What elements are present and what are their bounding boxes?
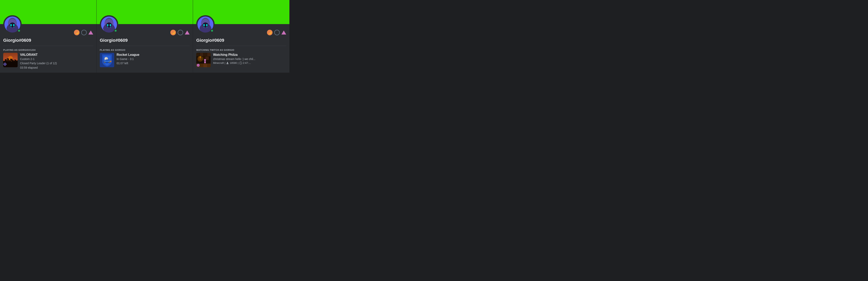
svg-text:🌙: 🌙 [75, 31, 79, 34]
avatar-row-rl: 🌙 [97, 15, 193, 35]
triangle-icon-valorant[interactable] [88, 30, 93, 34]
svg-rect-20 [16, 60, 18, 67]
viewer-count: 18580 [230, 61, 237, 64]
status-dot-rl [114, 29, 118, 32]
cards-container: 🌙 Giorgio#0609 PLAYING AS GIORGIO#1234 [0, 0, 289, 73]
svg-rect-43 [104, 60, 110, 62]
moon-icon-valorant[interactable]: 🌙 [74, 30, 80, 35]
card-icons-valorant: 🌙 [74, 15, 93, 35]
avatar-wrapper-twitch [196, 15, 215, 34]
person-icon [226, 62, 229, 64]
card-rl: 🌙 Giorgio#0609 PLAYING AS GIORGIO [97, 0, 193, 73]
clock-icon [239, 62, 242, 64]
stream-time: 2:47:... [243, 61, 251, 64]
svg-text:🌙: 🌙 [268, 31, 271, 34]
svg-rect-22 [8, 60, 8, 61]
activity-detail-rl-2: 01:07 left [117, 61, 190, 65]
avatar-row-valorant: 🌙 [0, 15, 96, 35]
activity-rl: Rocket League In Game - 3:1 01:07 left [97, 53, 193, 71]
activity-detail-valorant-2: Closed Party Leader (1 of 12) [20, 61, 93, 65]
svg-point-31 [110, 24, 111, 26]
activity-detail-valorant-1: Custom 2-1 [20, 57, 93, 61]
svg-rect-14 [8, 60, 10, 67]
status-dot-twitch [210, 29, 214, 32]
svg-point-64 [204, 59, 206, 61]
svg-rect-10 [3, 61, 5, 67]
card-twitch: 🌙 Giorgio#0609 WATCHING TWITCH AS GIORGI… [193, 0, 289, 73]
minecraft-label: Minecraft [213, 61, 224, 64]
triangle-icon-twitch[interactable] [281, 30, 286, 34]
card-icons-twitch: 🌙 [267, 15, 286, 35]
svg-point-38 [105, 58, 106, 59]
circle-icon-twitch[interactable] [274, 30, 280, 35]
svg-rect-15 [9, 61, 10, 67]
svg-rect-69 [207, 64, 211, 67]
svg-point-4 [13, 24, 14, 26]
activity-info-rl: Rocket League In Game - 3:1 01:07 left [117, 53, 190, 65]
svg-text:🌙: 🌙 [172, 31, 175, 34]
status-dot-valorant [17, 29, 21, 32]
triangle-icon-rl[interactable] [185, 30, 190, 34]
svg-point-30 [107, 24, 108, 26]
pipe-separator: | [225, 61, 225, 64]
moon-icon-twitch[interactable]: 🌙 [267, 30, 273, 35]
username-rl: Giorgio#0609 [97, 35, 193, 44]
svg-rect-25 [14, 60, 14, 61]
svg-rect-12 [6, 60, 7, 67]
activity-label-twitch: WATCHING TWITCH AS GIORGIO [193, 48, 289, 53]
svg-rect-24 [11, 61, 11, 61]
svg-rect-56 [207, 53, 211, 56]
avatar-row-twitch: 🌙 [193, 15, 289, 35]
svg-rect-18 [13, 61, 14, 67]
activity-title-valorant: VALORANT [20, 53, 93, 57]
moon-icon-rl[interactable]: 🌙 [170, 30, 176, 35]
svg-rect-26 [3, 62, 7, 66]
svg-rect-55 [204, 53, 207, 56]
pipe-separator-2: | [238, 61, 238, 64]
avatar-wrapper-rl [100, 15, 118, 34]
svg-rect-23 [10, 60, 11, 60]
activity-label-valorant: PLAYING AS GIORGIO#1234 [0, 48, 96, 53]
thumb-rl [100, 53, 114, 67]
svg-point-73 [198, 65, 199, 65]
svg-point-72 [197, 65, 198, 65]
activity-info-twitch: Watching Philza christmas stream hello :… [213, 53, 286, 64]
circle-icon-valorant[interactable] [81, 30, 87, 35]
svg-point-48 [206, 24, 208, 26]
avatar-wrapper-valorant [3, 15, 22, 34]
svg-rect-65 [204, 61, 206, 63]
svg-rect-13 [7, 58, 9, 67]
thumb-twitch [196, 53, 211, 67]
svg-point-3 [10, 24, 12, 26]
card-icons-rl: 🌙 [170, 15, 190, 35]
activity-detail-valorant-3: 03:59 elapsed [20, 66, 93, 69]
thumb-valorant [3, 53, 18, 67]
svg-rect-54 [200, 53, 204, 56]
svg-point-47 [203, 24, 205, 26]
activity-title-twitch: Watching Philza [213, 53, 286, 57]
activity-label-rl: PLAYING AS GIORGIO [97, 48, 193, 53]
activity-detail-rl-1: In Game - 3:1 [117, 57, 190, 61]
activity-info-valorant: VALORANT Custom 2-1 Closed Party Leader … [20, 53, 93, 69]
activity-twitch: Watching Philza christmas stream hello :… [193, 53, 289, 71]
svg-rect-68 [204, 64, 207, 67]
username-twitch: Giorgio#0609 [193, 35, 289, 44]
username-valorant: Giorgio#0609 [0, 35, 96, 44]
svg-rect-53 [196, 53, 200, 56]
svg-rect-21 [7, 59, 8, 60]
twitch-stats: Minecraft | 18580 | 2:47:... [213, 61, 286, 64]
svg-rect-67 [200, 64, 204, 67]
card-valorant: 🌙 Giorgio#0609 PLAYING AS GIORGIO#1234 [0, 0, 97, 73]
activity-valorant: VALORANT Custom 2-1 Closed Party Leader … [0, 53, 96, 73]
activity-detail-twitch-1: christmas stream hello :) we chil... [213, 57, 286, 61]
circle-icon-rl[interactable] [178, 30, 183, 35]
activity-title-rl: Rocket League [117, 53, 190, 57]
